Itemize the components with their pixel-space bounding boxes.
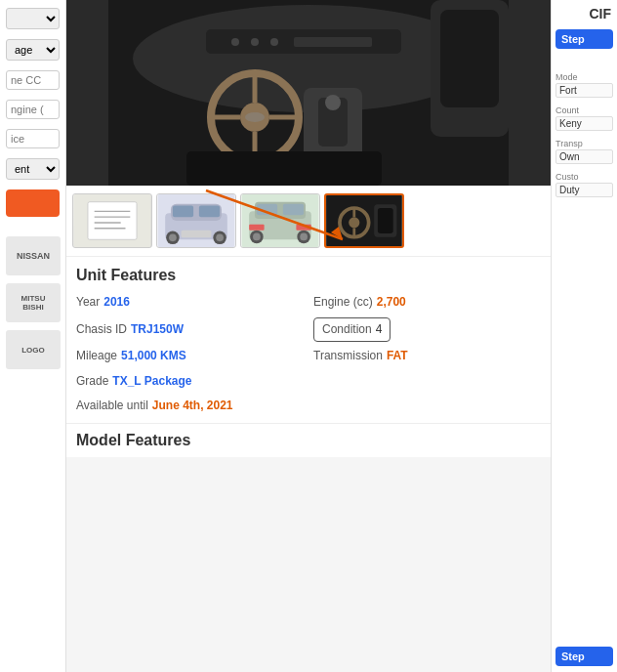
features-grid: Year 2016 Engine (cc) 2,700 Chasis ID TR… [76,292,541,417]
cif-transport-value: Own [555,149,613,164]
svg-point-32 [169,234,177,242]
engine-label: Engine (cc) [313,292,373,314]
condition-label: Condition [322,319,372,341]
svg-rect-12 [440,10,499,107]
model-features-section: Model Features [66,423,551,457]
input-price[interactable] [6,129,60,148]
step-button-1[interactable]: Step [555,29,613,49]
available-label: Available until [76,396,148,417]
cif-country-field: Count Keny [555,105,613,131]
input-engine[interactable] [6,100,60,119]
svg-point-16 [231,38,239,46]
unit-features-section: Unit Features Year 2016 Engine (cc) 2,70… [66,256,551,423]
year-value: 2016 [103,292,130,314]
condition-box: Condition 4 [313,317,391,343]
svg-point-14 [245,112,265,122]
svg-rect-40 [283,204,304,216]
grade-value: TX_L Package [112,371,191,393]
svg-point-18 [270,38,278,46]
search-button[interactable] [6,189,60,217]
other-logo[interactable]: LOGO [6,330,61,369]
cif-country-label: Count [555,105,613,115]
svg-point-10 [325,95,341,110]
available-value: June 4th, 2021 [152,396,233,417]
svg-rect-45 [249,225,264,231]
mileage-label: Mileage [76,346,117,367]
dropdown-ent[interactable]: ent [6,158,60,180]
main-content: Unit Features Year 2016 Engine (cc) 2,70… [66,0,551,672]
dropdown-age[interactable]: age [6,39,60,61]
cif-custom-field: Custo Duty [555,172,613,197]
year-row: Year 2016 [76,292,304,314]
input-cc[interactable] [6,70,60,90]
thumbnail-front[interactable] [156,193,236,248]
thumbnail-interior[interactable] [324,193,404,248]
svg-point-42 [253,233,261,241]
thumbnails-row [66,186,551,256]
condition-value: 4 [376,319,383,341]
svg-rect-29 [173,206,193,218]
cif-transport-label: Transp [555,139,613,148]
brand-logos: NISSAN MITSUBISHI LOGO [6,236,60,369]
cif-title: CIF [555,6,613,21]
svg-rect-19 [294,37,372,47]
transmission-row: Transmission FAT [313,346,541,367]
thumbnail-doc[interactable] [72,193,152,248]
svg-rect-30 [199,206,220,218]
mitsubishi-logo[interactable]: MITSUBISHI [6,283,61,322]
engine-value: 2,700 [377,292,406,314]
chasis-label: Chasis ID [76,319,127,341]
unit-features-title: Unit Features [76,267,541,284]
car-main-image [66,0,551,186]
chasis-value: TRJ150W [131,319,184,341]
cif-transport-field: Transp Own [555,139,613,164]
nissan-logo[interactable]: NISSAN [6,236,61,275]
mileage-value: 51,000 KMS [121,346,186,367]
left-sidebar: age ent NISSAN MITSUBISHI LOGO [0,0,66,672]
dropdown-1[interactable] [6,8,60,29]
available-row: Available until June 4th, 2021 [76,396,304,417]
cif-custom-label: Custo [555,172,613,182]
engine-row: Engine (cc) 2,700 [313,292,541,314]
main-scroll: Unit Features Year 2016 Engine (cc) 2,70… [66,0,551,672]
grade-row: Grade TX_L Package [76,371,304,393]
condition-row: Condition 4 [313,317,541,343]
cif-custom-value: Duty [555,183,613,197]
svg-rect-53 [378,208,393,233]
svg-rect-46 [296,225,310,231]
svg-point-17 [251,38,259,46]
step-button-2[interactable]: Step [555,647,613,666]
svg-rect-21 [88,202,137,240]
transmission-value: FAT [387,346,408,367]
mileage-row: Mileage 51,000 KMS [76,346,304,367]
cif-mode-value: Fort [555,83,613,98]
grade-label: Grade [76,371,108,393]
thumbnail-rear[interactable] [240,193,320,248]
thumbnails-annotation [66,186,551,256]
chasis-row: Chasis ID TRJ150W [76,317,304,343]
cif-mode-field: Mode Fort [555,72,613,98]
svg-rect-13 [186,151,382,186]
cif-mode-label: Mode [555,72,613,82]
svg-rect-35 [182,231,212,238]
right-panel: CIF Step Mode Fort Count Keny Transp Own… [551,0,617,672]
cif-country-value: Keny [555,116,613,131]
svg-point-34 [216,234,224,242]
svg-point-49 [349,217,359,228]
svg-point-44 [300,233,308,241]
year-label: Year [76,292,100,314]
transmission-label: Transmission [313,346,383,367]
svg-rect-39 [257,204,277,216]
model-features-title: Model Features [76,432,541,449]
